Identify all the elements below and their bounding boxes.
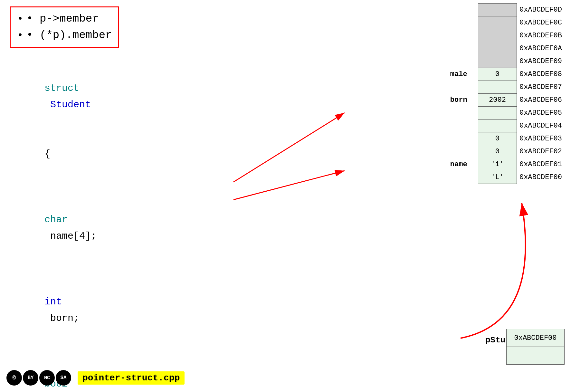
- memory-address: 0xABCDEF08: [517, 68, 565, 81]
- memory-value: [478, 81, 517, 94]
- memory-value: [478, 120, 517, 132]
- kw-student-type: Student: [44, 99, 91, 110]
- syntax-deref: • (*p).member: [26, 27, 112, 43]
- memory-row: 0xABCDEF0A: [439, 42, 565, 55]
- memory-address: 0xABCDEF0C: [517, 16, 565, 29]
- syntax-reference-box: • • p->member • • (*p).member: [10, 6, 119, 48]
- memory-table: 0xABCDEF0D0xABCDEF0C0xABCDEF0B0xABCDEF0A…: [439, 3, 565, 184]
- memory-label: [439, 81, 478, 94]
- memory-label: [439, 145, 478, 158]
- by-icon: BY: [23, 370, 38, 386]
- memory-row: 0xABCDEF07: [439, 81, 565, 94]
- memory-address: 0xABCDEF01: [517, 158, 565, 171]
- memory-address: 0xABCDEF07: [517, 81, 565, 94]
- member-name-text: name[4];: [44, 231, 97, 242]
- memory-row: 00xABCDEF02: [439, 145, 565, 158]
- memory-address: 0xABCDEF0D: [517, 4, 565, 16]
- cc-icon: ©: [6, 370, 22, 386]
- filename-badge: pointer-struct.cpp: [78, 371, 185, 385]
- kw-char: char: [44, 214, 68, 225]
- memory-address: 0xABCDEF03: [517, 132, 565, 145]
- memory-label: name: [439, 158, 478, 171]
- memory-value: 'i': [478, 158, 517, 171]
- struct-line-1: struct Student: [10, 64, 222, 129]
- memory-address: 0xABCDEF00: [517, 171, 565, 184]
- memory-address: 0xABCDEF06: [517, 94, 565, 107]
- memory-label: [439, 107, 478, 120]
- memory-row: 0xABCDEF0D: [439, 4, 565, 16]
- pstu-empty: [507, 347, 565, 365]
- nc-icon: NC: [39, 370, 55, 386]
- memory-address: 0xABCDEF02: [517, 145, 565, 158]
- memory-label: [439, 132, 478, 145]
- memory-label: [439, 29, 478, 42]
- kw-int: int: [44, 296, 62, 307]
- memory-value: [478, 29, 517, 42]
- kw-struct: struct: [44, 83, 79, 94]
- sa-icon: SA: [56, 370, 71, 386]
- memory-row: male00xABCDEF08: [439, 68, 565, 81]
- memory-address: 0xABCDEF0B: [517, 29, 565, 42]
- memory-address: 0xABCDEF04: [517, 120, 565, 132]
- struct-member-name: char name[4];: [10, 179, 222, 261]
- memory-address: 0xABCDEF05: [517, 107, 565, 120]
- pstu-value: 0xABCDEF00: [507, 329, 565, 347]
- memory-value: [478, 55, 517, 68]
- pstu-section: pStu 0xABCDEF00: [506, 329, 565, 366]
- struct-line-2: {: [10, 129, 222, 179]
- memory-value: [478, 16, 517, 29]
- indent-1: [44, 198, 68, 209]
- memory-value: 0: [478, 68, 517, 81]
- memory-value: 2002: [478, 94, 517, 107]
- pstu-table: 0xABCDEF00: [506, 329, 565, 365]
- memory-label: [439, 4, 478, 16]
- memory-label: male: [439, 68, 478, 81]
- memory-label: born: [439, 94, 478, 107]
- memory-value: [478, 4, 517, 16]
- memory-row: 0xABCDEF09: [439, 55, 565, 68]
- memory-label: [439, 55, 478, 68]
- indent-2: [44, 280, 68, 291]
- syntax-arrow: • p->member: [26, 11, 99, 27]
- memory-row: 'L'0xABCDEF00: [439, 171, 565, 184]
- memory-row: 0xABCDEF0C: [439, 16, 565, 29]
- memory-value: [478, 107, 517, 120]
- memory-value: 0: [478, 145, 517, 158]
- memory-row: 0xABCDEF04: [439, 120, 565, 132]
- memory-label: [439, 120, 478, 132]
- open-brace: {: [44, 148, 50, 159]
- memory-row: born20020xABCDEF06: [439, 94, 565, 107]
- bullet-dot-2: •: [17, 28, 23, 43]
- bottom-bar: © BY NC SA pointer-struct.cpp: [6, 370, 185, 386]
- memory-address: 0xABCDEF09: [517, 55, 565, 68]
- pstu-label: pStu: [485, 335, 505, 345]
- memory-row: 0xABCDEF0B: [439, 29, 565, 42]
- bullet-item-2: • • (*p).member: [17, 27, 112, 43]
- bullet-item-1: • • p->member: [17, 11, 112, 27]
- arrow-to-name: [233, 171, 345, 200]
- arrow-to-born: [233, 113, 345, 182]
- struct-member-born: int born;: [10, 261, 222, 343]
- memory-panel: 0xABCDEF0D0xABCDEF0C0xABCDEF0B0xABCDEF0A…: [346, 0, 571, 392]
- memory-label: [439, 16, 478, 29]
- memory-label: [439, 42, 478, 55]
- cc-license-logo: © BY NC SA: [6, 370, 71, 386]
- memory-address: 0xABCDEF0A: [517, 42, 565, 55]
- bullet-dot-1: •: [17, 11, 23, 27]
- memory-row: 0xABCDEF05: [439, 107, 565, 120]
- memory-label: [439, 171, 478, 184]
- memory-value: [478, 42, 517, 55]
- memory-row: 00xABCDEF03: [439, 132, 565, 145]
- memory-row: name'i'0xABCDEF01: [439, 158, 565, 171]
- memory-value: 0: [478, 132, 517, 145]
- memory-value: 'L': [478, 171, 517, 184]
- struct-definition: struct Student { char name[4]; int born;…: [10, 64, 222, 392]
- member-born-text: born;: [44, 313, 79, 324]
